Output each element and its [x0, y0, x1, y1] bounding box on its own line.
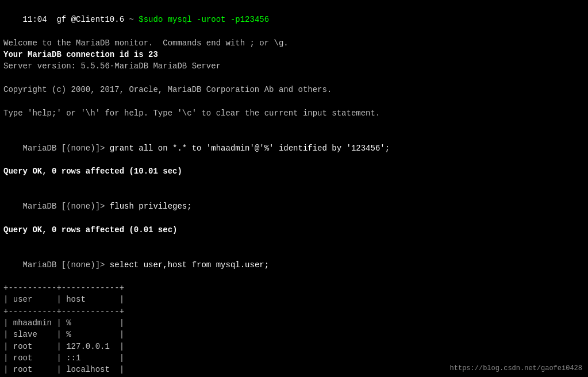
cmd-line-13: MariaDB [(none)]> flush privileges;: [3, 189, 585, 224]
table-header: | user | host |: [3, 294, 585, 305]
output-line-6: Copyright (c) 2000, 2017, Oracle, MariaD…: [3, 84, 585, 95]
table-border-top: +----------+------------+: [3, 282, 585, 294]
table-header-border: +----------+------------+: [3, 306, 585, 317]
empty-line-9: [3, 119, 585, 130]
cmd-line-16: MariaDB [(none)]> select user,host from …: [3, 247, 585, 282]
cmd-line-10: MariaDB [(none)]> grant all on *.* to 'm…: [3, 130, 585, 166]
table-row-root-2: | root | ::1 |: [3, 352, 585, 364]
output-line-2: Welcome to the MariaDB monitor. Commands…: [3, 37, 585, 49]
time-display: 11:04: [23, 15, 47, 24]
empty-line-7: [3, 95, 585, 107]
table-row-root-1: | root | 127.0.0.1 |: [3, 341, 585, 352]
line-prompt: 11:04 gf @Client10.6 ~ $sudo mysql -uroo…: [3, 2, 585, 37]
watermark-text: https://blog.csdn.net/gaofei0428: [450, 364, 582, 372]
sudo-command: $sudo mysql -uroot -p123456: [139, 15, 269, 24]
output-line-3: Your MariaDB connection id is 23: [3, 49, 585, 60]
result-line-14: Query OK, 0 rows affected (0.01 sec): [3, 224, 585, 236]
empty-line-5: [3, 72, 585, 84]
terminal-window: 11:04 gf @Client10.6 ~ $sudo mysql -uroo…: [0, 0, 588, 377]
empty-line-15: [3, 236, 585, 247]
output-line-4: Server version: 5.5.56-MariaDB MariaDB S…: [3, 60, 585, 72]
user-display: gf @Client10.6: [56, 15, 124, 24]
output-line-8: Type 'help;' or '\h' for help. Type '\c'…: [3, 107, 585, 119]
table-row-mhaadmin: | mhaadmin | % |: [3, 317, 585, 329]
result-line-11: Query OK, 0 rows affected (10.01 sec): [3, 166, 585, 177]
table-row-slave: | slave | % |: [3, 329, 585, 340]
empty-line-12: [3, 177, 585, 188]
